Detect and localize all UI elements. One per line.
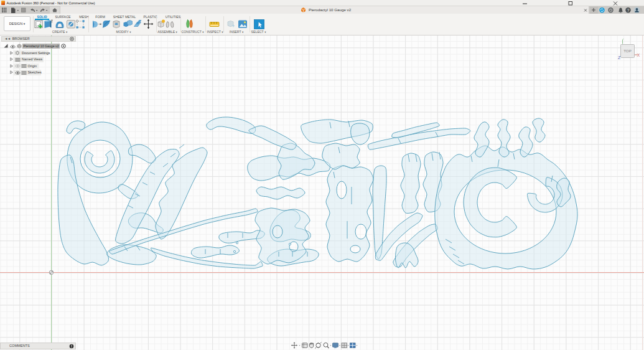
svg-text:X: X [637,53,640,57]
svg-text:?: ? [627,7,630,12]
svg-text:Z: Z [618,55,621,60]
